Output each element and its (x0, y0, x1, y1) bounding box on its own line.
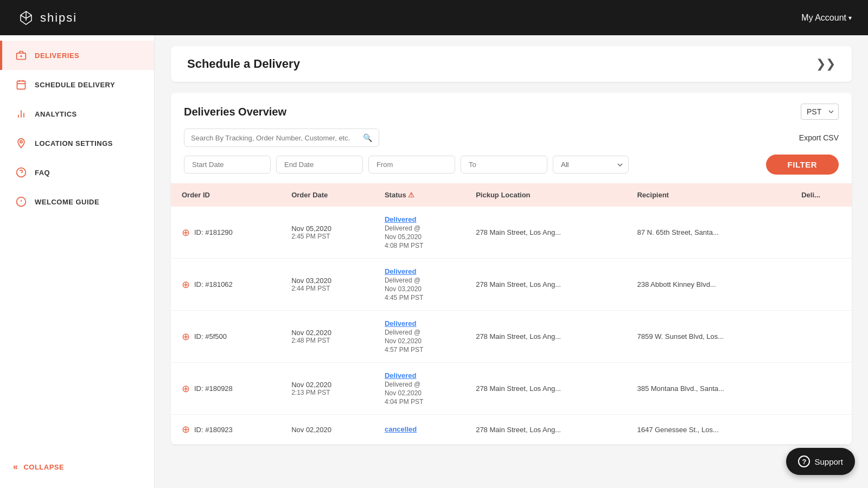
schedule-delivery-title: Schedule a Delivery (187, 57, 300, 71)
schedule-icon (15, 79, 27, 91)
table-header-row: Order ID Order Date Status ⚠ Pickup Loca… (171, 183, 852, 207)
collapse-chevron-icon: « (13, 462, 18, 472)
cell-delivery (790, 363, 852, 415)
search-filter-row: 🔍 Export CSV (171, 129, 852, 155)
logo-icon (16, 8, 36, 28)
deliveries-overview-section: Deliveries Overview PST EST CST MST 🔍 Ex… (171, 93, 852, 445)
cell-delivery (790, 415, 852, 445)
export-csv-button[interactable]: Export CSV (799, 133, 839, 142)
cell-status: cancelled (374, 415, 465, 445)
search-icon: 🔍 (363, 133, 372, 142)
timezone-select[interactable]: PST EST CST MST (801, 104, 839, 120)
sidebar-item-label: FAQ (35, 169, 50, 177)
cell-pickup: 278 Main Street, Los Ang... (465, 259, 626, 311)
table-row: ⊕ ID: #181062 Nov 03,2020 2:44 PM PST De… (171, 259, 852, 311)
expand-row-icon[interactable]: ⊕ (182, 383, 190, 395)
cell-delivery (790, 207, 852, 259)
col-recipient: Recipient (626, 183, 790, 207)
chevron-down-icon: ❯❯ (816, 57, 835, 70)
support-button[interactable]: ? Support (786, 448, 855, 475)
cell-order-date: Nov 05,2020 2:45 PM PST (280, 207, 374, 259)
cell-order-id: ⊕ ID: #5f500 (171, 311, 280, 363)
end-date-input[interactable] (276, 156, 363, 174)
cell-status: Delivered Delivered @Nov 02,20204:04 PM … (374, 363, 465, 415)
cell-delivery (790, 311, 852, 363)
deliveries-icon (15, 49, 27, 61)
faq-icon (15, 166, 27, 178)
search-box: 🔍 (184, 129, 379, 147)
table-row: ⊕ ID: #180923 Nov 02,2020 cancelled 278 … (171, 415, 852, 445)
sidebar-item-label: ANALYTICS (35, 110, 77, 118)
logo: shipsi (16, 8, 77, 28)
cell-order-id: ⊕ ID: #181062 (171, 259, 280, 311)
col-status: Status ⚠ (374, 183, 465, 207)
from-input[interactable] (368, 156, 455, 174)
status-filter-select[interactable]: All Delivered Cancelled Pending (553, 156, 629, 174)
account-chevron-icon: ▾ (848, 14, 852, 22)
to-input[interactable] (461, 156, 547, 174)
cell-order-date: Nov 03,2020 2:44 PM PST (280, 259, 374, 311)
expand-row-icon[interactable]: ⊕ (182, 331, 190, 343)
sidebar-item-deliveries[interactable]: DELIVERIES (0, 41, 154, 70)
info-icon (15, 196, 27, 208)
cell-order-date: Nov 02,2020 (280, 415, 374, 445)
cell-pickup: 278 Main Street, Los Ang... (465, 415, 626, 445)
sidebar: DELIVERIES SCHEDULE DELIVERY ANALYTICS (0, 35, 155, 488)
cell-recipient: 238 Abbott Kinney Blvd... (626, 259, 790, 311)
start-date-input[interactable] (184, 156, 271, 174)
sidebar-item-label: SCHEDULE DELIVERY (35, 81, 115, 89)
cell-recipient: 7859 W. Sunset Blvd, Los... (626, 311, 790, 363)
analytics-icon (15, 108, 27, 120)
cell-status: Delivered Delivered @Nov 02,20204:57 PM … (374, 311, 465, 363)
sidebar-item-label: DELIVERIES (35, 52, 79, 60)
cell-order-id: ⊕ ID: #180928 (171, 363, 280, 415)
sidebar-item-location-settings[interactable]: LOCATION SETTINGS (0, 129, 154, 158)
expand-row-icon[interactable]: ⊕ (182, 279, 190, 291)
expand-row-icon[interactable]: ⊕ (182, 227, 190, 239)
cell-recipient: 385 Montana Blvd., Santa... (626, 363, 790, 415)
col-pickup: Pickup Location (465, 183, 626, 207)
sidebar-item-welcome-guide[interactable]: WELCOME GUIDE (0, 187, 154, 216)
cell-pickup: 278 Main Street, Los Ang... (465, 363, 626, 415)
filter-button[interactable]: FILTER (766, 155, 839, 175)
schedule-delivery-card: Schedule a Delivery ❯❯ (171, 46, 852, 82)
svg-rect-4 (17, 81, 25, 89)
cell-delivery (790, 259, 852, 311)
col-order-date: Order Date (280, 183, 374, 207)
overview-title: Deliveries Overview (184, 106, 286, 118)
cell-order-date: Nov 02,2020 2:48 PM PST (280, 311, 374, 363)
cell-recipient: 87 N. 65th Street, Santa... (626, 207, 790, 259)
search-input[interactable] (191, 134, 363, 142)
my-account-button[interactable]: My Account ▾ (801, 13, 852, 23)
cell-recipient: 1647 Genessee St., Los... (626, 415, 790, 445)
cell-order-id: ⊕ ID: #180923 (171, 415, 280, 445)
table-row: ⊕ ID: #5f500 Nov 02,2020 2:48 PM PST Del… (171, 311, 852, 363)
support-icon: ? (798, 455, 810, 467)
svg-point-11 (20, 140, 22, 143)
cell-status: Delivered Delivered @Nov 03,20204:45 PM … (374, 259, 465, 311)
col-order-id: Order ID (171, 183, 280, 207)
cell-pickup: 278 Main Street, Los Ang... (465, 207, 626, 259)
sidebar-item-analytics[interactable]: ANALYTICS (0, 99, 154, 129)
table-row: ⊕ ID: #180928 Nov 02,2020 2:13 PM PST De… (171, 363, 852, 415)
support-label: Support (814, 457, 843, 466)
overview-header: Deliveries Overview PST EST CST MST (171, 93, 852, 129)
cell-pickup: 278 Main Street, Los Ang... (465, 311, 626, 363)
sidebar-item-schedule-delivery[interactable]: SCHEDULE DELIVERY (0, 70, 154, 99)
filter-row: All Delivered Cancelled Pending FILTER (171, 155, 852, 183)
main-content: Schedule a Delivery ❯❯ Deliveries Overvi… (155, 35, 868, 488)
top-navigation: shipsi My Account ▾ (0, 0, 868, 35)
deliveries-table: Order ID Order Date Status ⚠ Pickup Loca… (171, 183, 852, 445)
schedule-card-collapse-button[interactable]: ❯❯ (816, 57, 835, 71)
expand-row-icon[interactable]: ⊕ (182, 423, 190, 435)
deliveries-table-wrap: Order ID Order Date Status ⚠ Pickup Loca… (171, 183, 852, 445)
collapse-button[interactable]: « COLLAPSE (13, 462, 141, 472)
cell-status: Delivered Delivered @Nov 05,20204:08 PM … (374, 207, 465, 259)
cell-order-id: ⊕ ID: #181290 (171, 207, 280, 259)
sidebar-item-label: WELCOME GUIDE (35, 198, 99, 206)
col-delivery: Deli... (790, 183, 852, 207)
cell-order-date: Nov 02,2020 2:13 PM PST (280, 363, 374, 415)
sidebar-item-faq[interactable]: FAQ (0, 158, 154, 187)
sidebar-item-label: LOCATION SETTINGS (35, 139, 113, 147)
location-icon (15, 137, 27, 149)
